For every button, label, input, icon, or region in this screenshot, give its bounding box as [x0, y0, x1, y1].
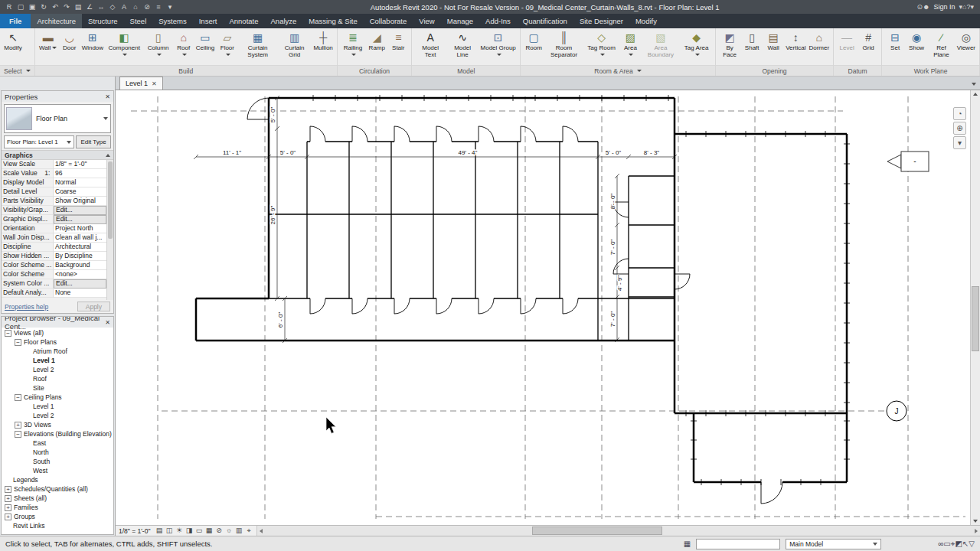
property-value[interactable]: Clean all wall j...: [54, 233, 106, 243]
dimension-text[interactable]: 7' - 0": [609, 240, 616, 256]
tab-analyze[interactable]: Analyze: [265, 14, 303, 28]
tool-wall[interactable]: ▬Wall: [38, 30, 59, 52]
property-value[interactable]: <none>: [54, 270, 106, 279]
tab-file[interactable]: File: [0, 14, 31, 28]
apply-button[interactable]: Apply: [77, 302, 110, 311]
active-workset-field[interactable]: [696, 539, 780, 549]
print-icon[interactable]: ▤: [73, 0, 83, 14]
edit-button[interactable]: Edit...: [54, 215, 106, 224]
tab-structure[interactable]: Structure: [82, 14, 124, 28]
tab-annotate[interactable]: Annotate: [223, 14, 264, 28]
collapse-icon[interactable]: −: [15, 339, 21, 346]
dimension-text[interactable]: 6' - 0": [277, 312, 284, 328]
dimension-text[interactable]: 5' - 0": [606, 149, 622, 156]
horizontal-scrollbar[interactable]: [256, 526, 980, 536]
dropdown-arrow-icon[interactable]: [26, 70, 31, 72]
property-value[interactable]: Architectural: [54, 243, 106, 252]
tool-component[interactable]: ◧Component: [105, 30, 143, 58]
tree-item-groups[interactable]: +Groups: [2, 512, 113, 521]
tool-railing[interactable]: ≣Railing: [340, 30, 367, 58]
close-icon[interactable]: ✕: [105, 93, 110, 100]
tool-floor[interactable]: ▱Floor: [216, 30, 238, 58]
view-tab-level-1[interactable]: Level 1 ✕: [119, 77, 163, 90]
tool-mullion[interactable]: ┼Mullion: [312, 30, 334, 52]
property-value[interactable]: Show Original: [54, 197, 106, 206]
property-value[interactable]: Coarse: [54, 187, 106, 197]
detail-level-icon[interactable]: ▤: [154, 527, 164, 534]
search-icon[interactable]: ⊙: [916, 3, 923, 11]
open-icon[interactable]: ▢: [15, 0, 26, 14]
tool-model-text[interactable]: AModel Text: [414, 30, 446, 58]
panel-label-select[interactable]: Select: [0, 65, 34, 76]
navbar-menu-icon[interactable]: ▾: [953, 136, 966, 149]
tool-curtain-grid[interactable]: ▥Curtain Grid: [277, 30, 312, 58]
dropdown-arrow-icon[interactable]: [122, 54, 127, 56]
shadows-icon[interactable]: ◨: [184, 527, 194, 534]
qat-menu-icon[interactable]: ▾: [165, 0, 175, 14]
dropdown-arrow-icon[interactable]: [497, 54, 501, 56]
expand-icon[interactable]: +: [5, 495, 11, 502]
property-value[interactable]: Project North: [54, 224, 106, 233]
tool-vertical[interactable]: ↕Vertical: [784, 30, 807, 52]
tab-massing-site[interactable]: Massing & Site: [302, 14, 363, 28]
section-icon[interactable]: ⊘: [142, 0, 152, 14]
tree-item-west[interactable]: West: [2, 466, 113, 475]
tree-item-legends[interactable]: Legends: [2, 475, 113, 484]
sync-icon[interactable]: ↻: [38, 0, 49, 14]
dimension-text[interactable]: 8' - 0": [609, 194, 616, 210]
tree-item-3d-views[interactable]: +3D Views: [2, 420, 113, 429]
tab-insert[interactable]: Insert: [193, 14, 224, 28]
tab-site-designer[interactable]: Site Designer: [573, 14, 629, 28]
tool-by-face[interactable]: ◩By Face: [718, 30, 741, 58]
tree-item-south[interactable]: South: [2, 457, 113, 466]
graphics-section-header[interactable]: Graphics: [2, 150, 113, 160]
tool-tag-area[interactable]: ◆Tag Area: [680, 30, 713, 58]
reveal-hidden-icon[interactable]: ☼: [224, 527, 234, 534]
scroll-left-icon[interactable]: [260, 529, 263, 533]
tool-curtain-system[interactable]: ▦Curtain System: [239, 30, 277, 58]
collapse-icon[interactable]: −: [15, 431, 21, 438]
property-value[interactable]: Background: [54, 261, 106, 270]
dropdown-arrow-icon[interactable]: [226, 54, 230, 56]
worksets-icon[interactable]: ▦: [684, 540, 691, 548]
navigation-wheel-icon[interactable]: ◔: [953, 107, 966, 120]
tree-item-sheets-all[interactable]: +Sheets (all): [2, 494, 113, 503]
property-value[interactable]: Normal: [54, 178, 106, 187]
dropdown-arrow-icon[interactable]: [182, 54, 187, 56]
edit-button[interactable]: Edit...: [54, 206, 106, 215]
tree-item-atrium-roof[interactable]: Atrium Roof: [2, 347, 113, 356]
tree-item-schedules-quantities-all[interactable]: +Schedules/Quantities (all): [2, 484, 113, 494]
dropdown-arrow-icon[interactable]: [695, 54, 700, 56]
scroll-right-icon[interactable]: [975, 529, 978, 533]
tool-dormer[interactable]: ⌂Dormer: [807, 30, 831, 52]
tree-item-elevations-building-elevation[interactable]: −Elevations (Building Elevation): [2, 429, 113, 439]
property-value[interactable]: 96: [54, 169, 106, 178]
expand-icon[interactable]: +: [5, 486, 11, 493]
tree-item-ceiling-plans[interactable]: −Ceiling Plans: [2, 393, 113, 402]
tool-show[interactable]: ◉Show: [906, 30, 927, 52]
constraints-icon[interactable]: ⌖: [243, 527, 253, 535]
dropdown-arrow-icon[interactable]: [52, 47, 57, 49]
3d-view-icon[interactable]: ⌂: [130, 0, 141, 14]
tool-column[interactable]: ▯Column: [143, 30, 172, 58]
tool-ref-plane[interactable]: ∕Ref Plane: [927, 30, 956, 58]
tab-steel[interactable]: Steel: [124, 14, 153, 28]
combo-arrow-icon[interactable]: [67, 141, 71, 144]
dimension-text[interactable]: 5' - 0": [270, 107, 276, 123]
tree-item-revit-links[interactable]: Revit Links: [2, 521, 113, 530]
thin-lines-icon[interactable]: ≡: [153, 0, 164, 14]
dimension-text[interactable]: 26' - 9": [270, 205, 276, 224]
crop-view-icon[interactable]: ▭: [194, 527, 204, 534]
expand-icon[interactable]: +: [15, 422, 21, 429]
visual-style-icon[interactable]: ◫: [164, 527, 174, 534]
tree-item-floor-plans[interactable]: −Floor Plans: [2, 337, 113, 347]
tab-systems[interactable]: Systems: [152, 14, 192, 28]
project-browser-header[interactable]: Project Browser - 09_Medical Cent... ✕: [2, 317, 113, 328]
expand-icon[interactable]: +: [5, 514, 11, 520]
collapse-icon[interactable]: −: [5, 330, 11, 337]
drawing-canvas[interactable]: 11' - 1"5' - 0"49' - 4"5' - 0"8' - 3"5' …: [116, 90, 980, 525]
temporary-hide-icon[interactable]: ⊘: [214, 527, 224, 534]
show-crop-icon[interactable]: ▦: [204, 527, 214, 534]
scroll-down-icon[interactable]: [973, 520, 978, 523]
property-value[interactable]: By Discipline: [54, 252, 106, 261]
